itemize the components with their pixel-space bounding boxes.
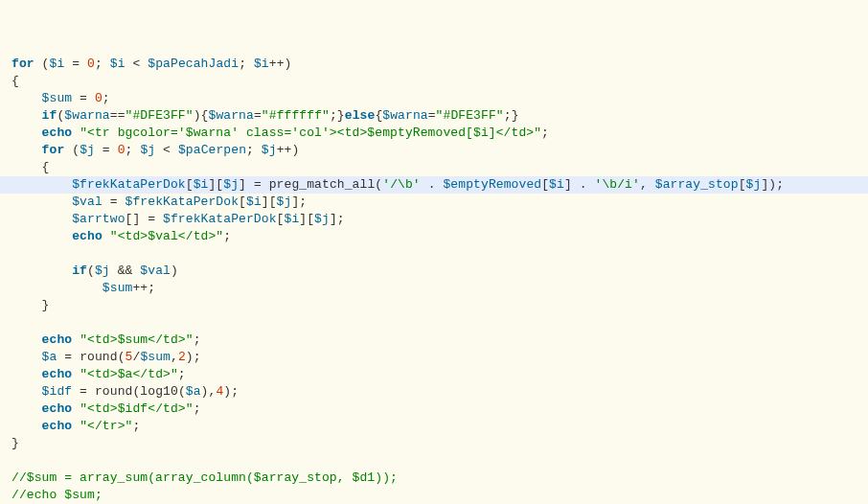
token-punc: ++)	[269, 57, 292, 71]
indent	[11, 263, 72, 278]
code-line[interactable]: echo "<tr bgcolor='$warna' class='col'><…	[11, 125, 868, 142]
indent	[11, 281, 103, 295]
code-line[interactable]: echo "</tr>";	[11, 418, 868, 435]
token-punc: =	[72, 384, 95, 399]
token-var: $frekKataPerDok	[126, 195, 240, 209]
code-line[interactable]: }	[11, 435, 868, 452]
token-punc: ==	[110, 108, 126, 123]
token-punc: ),	[201, 384, 217, 399]
token-punc: ;	[103, 91, 110, 105]
indent	[11, 126, 42, 140]
code-line[interactable]: {	[11, 73, 868, 90]
token-punc: {	[42, 160, 50, 174]
token-var: $val	[72, 195, 103, 209]
token-kw: echo	[42, 401, 73, 416]
code-line[interactable]: echo "<td>$a</td>";	[11, 366, 868, 383]
token-punc: );	[186, 350, 201, 364]
token-punc: ;	[194, 401, 201, 416]
token-str: "<tr bgcolor='$warna' class='col'><td>$e…	[80, 126, 541, 140]
token-var: $warna	[209, 108, 254, 123]
code-line[interactable]	[11, 314, 868, 332]
indent	[11, 195, 72, 209]
token-kw: for	[42, 143, 65, 157]
token-kw: for	[11, 57, 34, 71]
token-str: "#DFE3FF"	[436, 108, 504, 123]
token-str: "<td>$val</td>"	[110, 229, 224, 243]
code-line[interactable]: }	[11, 297, 868, 314]
token-kw: else	[345, 108, 376, 123]
code-line[interactable]: echo "<td>$val</td>";	[11, 228, 868, 245]
code-line[interactable]: for ($i = 0; $i < $paPecahJadi; $i++)	[11, 56, 868, 73]
token-punc: <	[155, 143, 178, 157]
code-line[interactable]: //echo $sum;	[11, 487, 868, 504]
token-punc: [	[541, 177, 549, 192]
code-line[interactable]: if($warna=="#DFE3FF"){$warna="#ffffff";}…	[11, 107, 868, 125]
token-kw: echo	[42, 367, 73, 381]
code-line[interactable]: {	[11, 159, 868, 176]
code-line[interactable]: $val = $frekKataPerDok[$i][$j];	[11, 194, 868, 211]
token-str: "<td>$sum</td>"	[80, 332, 194, 347]
code-content[interactable]: for ($i = 0; $i < $paPecahJadi; $i++){ $…	[11, 56, 868, 504]
token-punc: ++)	[277, 143, 300, 157]
token-var: $frekKataPerDok	[163, 212, 277, 226]
token-punc: (	[87, 263, 95, 278]
token-fn: round	[80, 350, 118, 364]
token-var: $sum	[103, 281, 133, 295]
code-line[interactable]: echo "<td>$sum</td>";	[11, 332, 868, 349]
token-kw: echo	[72, 229, 103, 243]
indent	[11, 91, 42, 105]
token-punc: [] =	[126, 212, 164, 226]
code-line[interactable]: $arrtwo[] = $frekKataPerDok[$i][$j];	[11, 211, 868, 228]
token-cmt: //echo $sum;	[11, 488, 103, 502]
token-kw: if	[42, 108, 57, 123]
token-str: "<td>$idf</td>"	[80, 401, 194, 416]
token-var: $j	[140, 143, 155, 157]
code-line[interactable]	[11, 245, 868, 263]
token-var: $idf	[42, 384, 73, 399]
code-line[interactable]: $a = round(5/$sum,2);	[11, 349, 868, 366]
token-punc: (	[178, 384, 186, 399]
token-punc: <	[126, 57, 148, 71]
code-line[interactable]: echo "<td>$idf</td>";	[11, 401, 868, 418]
indent	[11, 246, 72, 261]
token-var: $i	[549, 177, 564, 192]
token-kw: if	[72, 263, 87, 278]
code-editor[interactable]: for ($i = 0; $i < $paPecahJadi; $i++){ $…	[0, 0, 868, 504]
code-line[interactable]: for ($j = 0; $j < $paCerpen; $j++)	[11, 142, 868, 159]
token-var: $j	[314, 212, 330, 226]
token-punc: ] .	[564, 177, 595, 192]
token-punc: ]);	[761, 177, 784, 192]
token-punc: ++;	[132, 281, 155, 295]
token-kw: echo	[42, 419, 73, 433]
indent	[11, 367, 42, 381]
token-fn: log10	[140, 384, 178, 399]
token-punc: (	[64, 143, 80, 157]
token-punc: =	[428, 108, 436, 123]
token-var: $array_stop	[655, 177, 739, 192]
token-punc: ;	[95, 57, 110, 71]
indent	[11, 229, 72, 243]
indent	[11, 143, 42, 157]
code-line[interactable]: //$sum = array_sum(array_column($array_s…	[11, 470, 868, 487]
code-line[interactable]: $frekKataPerDok[$i][$j] = preg_match_all…	[11, 176, 868, 194]
code-line[interactable]: if($j && $val)	[11, 263, 868, 280]
token-punc: ;	[126, 143, 141, 157]
token-punc: {	[11, 74, 19, 88]
token-var: $val	[140, 263, 171, 278]
token-str: "</tr>"	[80, 419, 132, 433]
code-line[interactable]: $idf = round(log10($a),4);	[11, 383, 868, 401]
token-str: "<td>$a</td>"	[80, 367, 178, 381]
indent	[11, 298, 42, 312]
token-punc: (	[118, 350, 126, 364]
token-var: $a	[42, 350, 57, 364]
token-punc: =	[254, 108, 262, 123]
token-var: $j	[746, 177, 762, 192]
token-punc: =	[103, 195, 126, 209]
token-punc: ;	[239, 57, 254, 71]
code-line[interactable]	[11, 452, 868, 470]
token-var: $i	[110, 57, 126, 71]
code-line[interactable]: $sum = 0;	[11, 90, 868, 107]
token-punc: ];	[330, 212, 345, 226]
code-line[interactable]: $sum++;	[11, 280, 868, 297]
token-punc	[72, 332, 80, 347]
